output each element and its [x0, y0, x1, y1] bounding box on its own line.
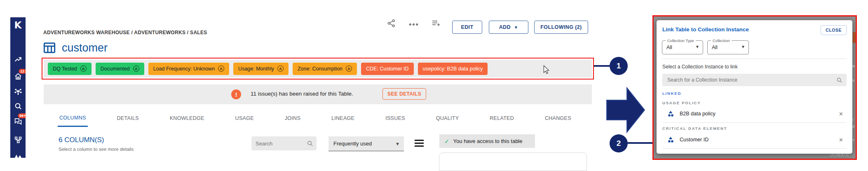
columns-search — [251, 136, 317, 150]
mouse-cursor-icon — [543, 65, 549, 75]
sort-dropdown[interactable]: Frequently used ▼ — [328, 136, 404, 151]
callout-badge-1: 1 — [610, 57, 628, 75]
tab-related[interactable]: RELATED — [488, 110, 516, 127]
breadcrumb[interactable]: ADVENTUREWORKS WAREHOUSE / ADVENTUREWORK… — [43, 30, 207, 35]
home-badge: 12 — [19, 69, 26, 74]
tag-usage[interactable]: Usage: MonthlyA — [233, 63, 289, 75]
bookmark-partial-icon[interactable] — [14, 154, 22, 158]
tab-usage[interactable]: USAGE — [234, 110, 256, 127]
check-icon: ✓ — [444, 138, 450, 145]
following-button[interactable]: FOLLOWING (2) — [534, 21, 588, 34]
tab-joins[interactable]: JOINS — [283, 110, 302, 127]
tag-zone[interactable]: Zone: ConsumptionA — [293, 63, 357, 75]
callout-badge-2: 2 — [610, 134, 628, 152]
tab-issues[interactable]: ISSUES — [384, 110, 407, 127]
cluster-icon[interactable] — [14, 87, 22, 95]
column-card[interactable] — [439, 152, 587, 171]
columns-search-input[interactable] — [256, 141, 307, 147]
edit-button[interactable]: EDIT — [452, 21, 482, 34]
hierarchy-icon[interactable] — [14, 136, 22, 144]
entity-tabs: COLUMNS DETAILS KNOWLEDGE USAGE JOINS LI… — [58, 110, 573, 127]
tab-details[interactable]: DETAILS — [115, 110, 141, 127]
tag-cde[interactable]: CDE: Customer ID — [361, 63, 414, 75]
callout-line-1 — [594, 65, 610, 67]
transition-arrow — [606, 87, 645, 134]
issues-banner: ! 11 issue(s) has been raised for this T… — [44, 84, 592, 104]
search-icon — [307, 140, 313, 147]
auto-classification-icon: A — [218, 66, 224, 72]
chevron-down-icon: ▼ — [514, 25, 518, 30]
warning-icon: ! — [231, 89, 241, 99]
auto-classification-icon: A — [277, 66, 284, 72]
tag-load-frequency[interactable]: Load Frequency: UnknownA — [148, 63, 229, 75]
playlist-add-icon[interactable] — [431, 19, 441, 28]
trending-up-icon[interactable] — [14, 56, 22, 63]
columns-subtitle: Select a column to see more details — [59, 147, 134, 152]
tab-knowledge[interactable]: KNOWLEDGE — [168, 110, 206, 127]
chat-badge: 99+ — [18, 113, 26, 118]
sort-dropdown-value: Frequently used — [333, 141, 372, 147]
chat-icon[interactable]: 99+ — [14, 117, 22, 125]
callout-box-modal — [652, 15, 857, 160]
list-view-icon[interactable] — [415, 140, 424, 147]
tag-dq-tested[interactable]: DQ TestedA — [48, 63, 91, 75]
home-icon[interactable]: 12 — [14, 73, 22, 80]
tab-lineage[interactable]: LINEAGE — [330, 110, 356, 127]
access-note: ✓ You have access to this table — [439, 134, 535, 148]
app-logo[interactable]: K — [10, 20, 26, 30]
auto-classification-icon: A — [346, 66, 352, 72]
add-button-label: ADD — [499, 24, 511, 30]
chevron-down-icon: ▼ — [395, 141, 400, 146]
see-details-button[interactable]: SEE DETAILS — [382, 88, 426, 100]
page-title: customer — [62, 42, 108, 54]
tab-quality[interactable]: QUALITY — [434, 110, 461, 127]
add-button[interactable]: ADD ▼ — [489, 21, 528, 34]
tab-columns[interactable]: COLUMNS — [58, 110, 88, 127]
auto-classification-icon: A — [80, 66, 87, 72]
callout-line-2 — [628, 142, 653, 144]
tag-bar: DQ TestedA DocumentedA Load Frequency: U… — [44, 60, 592, 77]
table-icon — [43, 41, 56, 54]
columns-count: 6 COLUMN(S) — [59, 136, 104, 144]
tag-documented[interactable]: DocumentedA — [96, 63, 144, 75]
tag-usepolicy[interactable]: usepolicy: B2B data policy — [418, 63, 488, 75]
search-icon[interactable] — [14, 102, 22, 110]
access-note-text: You have access to this table — [453, 138, 523, 144]
app-sidebar: K 12 99+ — [10, 17, 26, 158]
share-icon[interactable] — [387, 19, 396, 28]
more-menu-icon[interactable]: ••• — [409, 20, 419, 29]
auto-classification-icon: A — [133, 66, 139, 72]
tab-changes[interactable]: CHANGES — [543, 110, 573, 127]
issues-message: 11 issue(s) has been raised for this Tab… — [251, 91, 353, 97]
